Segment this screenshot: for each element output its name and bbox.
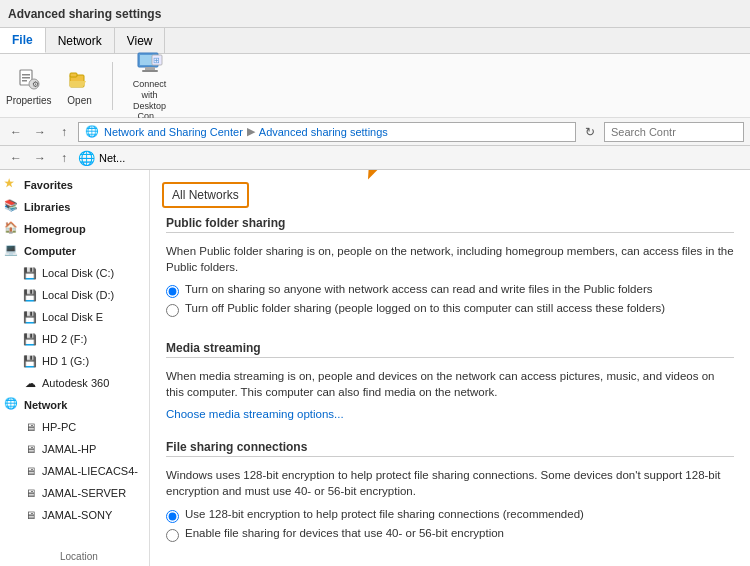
forward-button2[interactable]: → [30,148,50,168]
tab-file[interactable]: File [0,28,46,53]
public-folder-desc: When Public folder sharing is on, people… [166,243,734,275]
up-button2[interactable]: ↑ [54,148,74,168]
sidebar-jamal-hp[interactable]: 🖥 JAMAL-HP [0,438,149,460]
svg-rect-3 [22,80,27,82]
jamal-liecacs-label: JAMAL-LIECACS4- [42,465,138,477]
sidebar-libraries[interactable]: 📚 Libraries [0,196,149,218]
homegroup-icon: 🏠 [4,221,20,237]
file-sharing-option-1-label: Use 128-bit encryption to help protect f… [185,508,584,520]
separator-1 [112,62,113,110]
favorites-icon: ★ [4,177,20,193]
sidebar-network[interactable]: 🌐 Network [0,394,149,416]
public-folder-section: Public folder sharing When Public folder… [166,216,734,325]
forward-button[interactable]: → [30,122,50,142]
svg-rect-7 [70,73,77,77]
properties-label: Properties [6,95,52,106]
media-streaming-link[interactable]: Choose media streaming options... [166,408,344,420]
autodesk-label: Autodesk 360 [42,377,109,389]
title-bar: Advanced sharing settings [0,0,750,28]
settings-scroll[interactable]: Public folder sharing When Public folder… [150,208,750,566]
tab-all-networks[interactable]: All Networks [162,182,249,208]
file-sharing-radio-2[interactable] [166,529,179,542]
sidebar-autodesk[interactable]: ☁ Autodesk 360 [0,372,149,394]
jamal-hp-icon: 🖥 [22,441,38,457]
sidebar-drive-d[interactable]: 💾 Local Disk (D:) [0,284,149,306]
svg-text:⚙: ⚙ [31,80,38,89]
tab-network[interactable]: Network [46,28,115,53]
back-button[interactable]: ← [6,122,26,142]
content-area: All Networks Public folder sharing When … [150,170,750,566]
search-input[interactable] [604,122,744,142]
drive-f-icon: 💾 [22,331,38,347]
tab-strip: All Networks [150,170,750,208]
tab-area: All Networks [150,170,750,208]
public-folder-header: Public folder sharing [166,216,734,233]
file-sharing-section: File sharing connections Windows uses 12… [166,440,734,549]
hp-pc-icon: 🖥 [22,419,38,435]
address-field[interactable]: 🌐 Network and Sharing Center ▶ Advanced … [78,122,576,142]
public-folder-option-2-label: Turn off Public folder sharing (people l… [185,302,665,314]
sidebar-favorites[interactable]: ★ Favorites [0,174,149,196]
net-label: Net... [99,152,125,164]
public-folder-option-1-label: Turn on sharing so anyone with network a… [185,283,653,295]
jamal-hp-label: JAMAL-HP [42,443,96,455]
favorites-label: Favorites [24,179,73,191]
file-sharing-radio-1[interactable] [166,510,179,523]
public-folder-option-1[interactable]: Turn on sharing so anyone with network a… [166,283,734,298]
globe-small-icon: 🌐 [85,125,99,138]
computer-label: Computer [24,245,76,257]
sidebar-hp-pc[interactable]: 🖥 HP-PC [0,416,149,438]
jamal-server-icon: 🖥 [22,485,38,501]
location-group-label: Location [60,551,98,562]
public-folder-radio-2[interactable] [166,304,179,317]
svg-rect-11 [142,70,158,72]
drive-c-icon: 💾 [22,265,38,281]
window-title: Advanced sharing settings [8,7,161,21]
libraries-label: Libraries [24,201,70,213]
back-button2[interactable]: ← [6,148,26,168]
libraries-icon: 📚 [4,199,20,215]
file-sharing-desc: Windows uses 128-bit encryption to help … [166,467,734,499]
breadcrumb-sharing-settings[interactable]: Advanced sharing settings [259,126,388,138]
breadcrumb-network-center[interactable]: Network and Sharing Center [104,126,243,138]
media-streaming-body: When media streaming is on, people and d… [166,364,734,424]
sidebar-drive-g[interactable]: 💾 HD 1 (G:) [0,350,149,372]
drive-f-label: HD 2 (F:) [42,333,87,345]
sidebar-computer[interactable]: 💻 Computer [0,240,149,262]
sidebar-jamal-liecacs[interactable]: 🖥 JAMAL-LIECACS4- [0,460,149,482]
public-folder-option-2[interactable]: Turn off Public folder sharing (people l… [166,302,734,317]
address-bar2: ← → ↑ 🌐 Net... [0,146,750,170]
open-icon [66,65,94,93]
sidebar-drive-e[interactable]: 💾 Local Disk E [0,306,149,328]
connect-icon: ⊞ [136,49,164,77]
connect-button[interactable]: ⊞ Connect with Desktop Con... [125,49,175,122]
public-folder-body: When Public folder sharing is on, people… [166,239,734,325]
properties-button[interactable]: ⚙ Properties [6,65,52,106]
computer-icon: 💻 [4,243,20,259]
autodesk-icon: ☁ [22,375,38,391]
drive-g-label: HD 1 (G:) [42,355,89,367]
open-label: Open [67,95,91,106]
up-button[interactable]: ↑ [54,122,74,142]
file-sharing-option-1[interactable]: Use 128-bit encryption to help protect f… [166,508,734,523]
media-streaming-desc: When media streaming is on, people and d… [166,368,734,400]
homegroup-label: Homegroup [24,223,86,235]
drive-c-label: Local Disk (C:) [42,267,114,279]
file-sharing-option-2[interactable]: Enable file sharing for devices that use… [166,527,734,542]
media-streaming-header: Media streaming [166,341,734,358]
globe-icon2: 🌐 [78,150,95,166]
svg-rect-2 [22,77,30,79]
sidebar-drive-f[interactable]: 💾 HD 2 (F:) [0,328,149,350]
jamal-sony-label: JAMAL-SONY [42,509,112,521]
refresh-button[interactable]: ↻ [580,122,600,142]
file-sharing-body: Windows uses 128-bit encryption to help … [166,463,734,549]
sidebar-drive-c[interactable]: 💾 Local Disk (C:) [0,262,149,284]
open-button[interactable]: Open [60,65,100,106]
sidebar-homegroup[interactable]: 🏠 Homegroup [0,218,149,240]
sidebar-jamal-server[interactable]: 🖥 JAMAL-SERVER [0,482,149,504]
drive-e-icon: 💾 [22,309,38,325]
sidebar-jamal-sony[interactable]: 🖥 JAMAL-SONY [0,504,149,526]
jamal-sony-icon: 🖥 [22,507,38,523]
public-folder-radio-1[interactable] [166,285,179,298]
jamal-liecacs-icon: 🖥 [22,463,38,479]
